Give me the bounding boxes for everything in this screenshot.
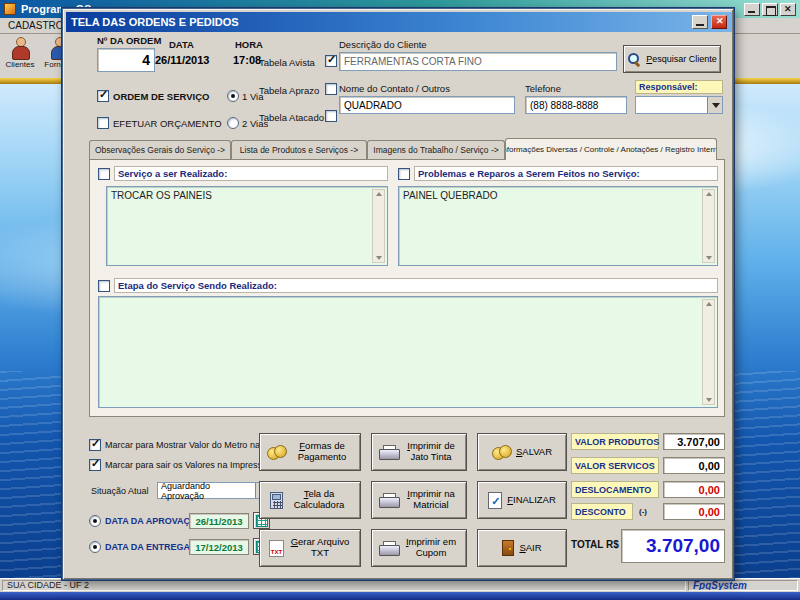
servico-checkbox[interactable] — [98, 168, 110, 180]
calculadora-label: Tela da Calculadora — [288, 489, 350, 511]
printer-icon — [379, 541, 398, 556]
servico-scrollbar[interactable] — [372, 189, 385, 263]
total-label: TOTAL R$ — [571, 539, 619, 550]
maximize-icon[interactable] — [762, 3, 778, 16]
finalizar-button[interactable]: FINALIZAR — [477, 481, 567, 519]
etapa-checkbox[interactable] — [98, 280, 110, 292]
chevron-down-icon[interactable] — [707, 97, 722, 113]
menu-item-cadastros[interactable]: CADASTROS — [8, 20, 70, 31]
scroll-up-icon[interactable] — [706, 192, 712, 196]
tabela-atacado-label: Tabela Atacado — [259, 112, 324, 123]
data-entrega-label: DATA DA ENTREGA — [105, 542, 190, 552]
imprimir-cupom-button[interactable]: Imprimir em Cupom — [371, 529, 467, 567]
minimize-icon[interactable] — [744, 3, 760, 16]
valor-servicos-label: VALOR SERVICOS — [571, 457, 659, 474]
sair-valores-checkbox[interactable] — [89, 459, 101, 471]
scroll-down-icon[interactable] — [706, 398, 712, 402]
desktop: Programa OS CADASTROS AG Clientes Fornec… — [0, 0, 800, 600]
toolbar-clientes-button[interactable]: Clientes — [2, 35, 38, 77]
dialog-controls — [692, 15, 727, 29]
scroll-up-icon[interactable] — [706, 302, 712, 306]
tab-informacoes[interactable]: Informações Diversas / Controle / Anotaç… — [505, 138, 717, 160]
order-number-field[interactable]: 4 — [97, 48, 155, 72]
scroll-up-icon[interactable] — [376, 192, 382, 196]
imprimir-matricial-label: Imprimir na Matricial — [403, 489, 459, 511]
data-aprovacao-radio[interactable] — [89, 515, 101, 527]
client-description-value: FERRAMENTAS CORTA FINO — [344, 56, 482, 67]
gerar-txt-label: Gerar Arquivo TXT — [289, 537, 351, 559]
phone-field[interactable]: (88) 8888-8888 — [525, 96, 627, 114]
person-icon — [10, 36, 30, 60]
sair-button[interactable]: SAIR — [477, 529, 567, 567]
printer-icon — [379, 445, 398, 460]
sair-label: SAIR — [519, 543, 541, 554]
salvar-button[interactable]: SALVAR — [477, 433, 567, 471]
time-value: 17:08 — [233, 54, 261, 66]
servico-label: Serviço a ser Realizado: — [114, 166, 388, 181]
via1-radio[interactable] — [227, 90, 239, 102]
etapa-textarea[interactable] — [98, 296, 718, 408]
gerar-txt-button[interactable]: TXT Gerar Arquivo TXT — [259, 529, 361, 567]
tab-informacoes-label: Informações Diversas / Controle / Anotaç… — [505, 145, 717, 154]
formas-pagamento-button[interactable]: Formas de Pagamento — [259, 433, 361, 471]
problemas-textarea[interactable]: PAINEL QUEBRADO — [398, 186, 718, 266]
tabela-aprazo-checkbox[interactable] — [325, 83, 337, 95]
contact-field[interactable]: QUADRADO — [339, 96, 515, 114]
salvar-label: SALVAR — [516, 447, 552, 458]
situacao-label: Situação Atual — [91, 486, 149, 496]
informacoes-tab-panel: Serviço a ser Realizado: TROCAR OS PAINE… — [89, 159, 725, 417]
efetuar-orcamento-checkbox[interactable] — [97, 117, 109, 129]
exit-door-icon — [502, 540, 514, 556]
data-entrega-field[interactable]: 17/12/2013 — [189, 539, 249, 555]
save-icon — [492, 445, 511, 459]
mostrar-valor-metro-checkbox[interactable] — [89, 439, 101, 451]
tab-produtos[interactable]: Lista de Produtos e Serviços -> — [231, 140, 367, 159]
close-icon[interactable] — [780, 3, 796, 16]
tabela-avista-label: Tabela Avista — [259, 57, 315, 68]
search-icon — [627, 52, 641, 66]
tabela-aprazo-label: Tabela Aprazo — [259, 85, 319, 96]
via1-label: 1 Via — [242, 91, 263, 102]
app-icon — [4, 3, 16, 15]
imprimir-jato-label: Imprimir de Jato Tinta — [403, 441, 459, 463]
data-entrega-radio[interactable] — [89, 541, 101, 553]
sair-valores-label: Marcar para sair os Valores na Impressão — [105, 460, 272, 470]
formas-pagamento-label: Formas de Pagamento — [291, 441, 353, 463]
toolbar-clientes-label: Clientes — [6, 60, 35, 69]
search-client-button[interactable]: Pesquisar Cliente — [623, 45, 721, 73]
imprimir-jato-button[interactable]: Imprimir de Jato Tinta — [371, 433, 467, 471]
situacao-value: Aguardando Aprovação — [161, 481, 255, 501]
scroll-down-icon[interactable] — [706, 256, 712, 260]
status-text: SUA CIDADE - UF 2 — [2, 580, 686, 591]
via2-radio[interactable] — [227, 117, 239, 129]
contact-label: Nome do Contato / Outros — [339, 83, 450, 94]
tab-observacoes[interactable]: Observações Gerais do Serviço -> — [89, 140, 231, 159]
scroll-down-icon[interactable] — [376, 256, 382, 260]
imprimir-matricial-button[interactable]: Imprimir na Matricial — [371, 481, 467, 519]
dialog-titlebar[interactable]: TELA DAS ORDENS E PEDIDOS — [66, 12, 732, 32]
problemas-checkbox[interactable] — [398, 168, 410, 180]
valor-produtos-label: VALOR PRODUTOS — [571, 433, 659, 450]
client-description-label: Descrição do Cliente — [339, 39, 427, 50]
order-number-value: 4 — [142, 52, 150, 68]
tab-imagens[interactable]: Imagens do Trabalho / Serviço -> — [367, 140, 505, 159]
tabela-atacado-checkbox[interactable] — [325, 110, 337, 122]
situacao-combobox[interactable]: Aguardando Aprovação — [157, 482, 271, 499]
tab-produtos-label: Lista de Produtos e Serviços -> — [240, 145, 358, 155]
servico-textarea[interactable]: TROCAR OS PAINEIS — [106, 186, 388, 266]
ordem-servico-checkbox[interactable] — [97, 90, 109, 102]
close-icon[interactable] — [711, 15, 727, 29]
orders-dialog: TELA DAS ORDENS E PEDIDOS Nº DA ORDEM 4 … — [62, 8, 734, 580]
etapa-scrollbar[interactable] — [702, 299, 715, 405]
desconto-label: DESCONTO — [571, 503, 633, 520]
dialog-title: TELA DAS ORDENS E PEDIDOS — [71, 16, 239, 28]
data-aprovacao-field[interactable]: 26/11/2013 — [189, 513, 249, 529]
client-description-field[interactable]: FERRAMENTAS CORTA FINO — [339, 52, 617, 71]
minimize-icon[interactable] — [692, 15, 708, 29]
calculadora-button[interactable]: Tela da Calculadora — [259, 481, 361, 519]
problemas-scrollbar[interactable] — [702, 189, 715, 263]
tabela-avista-checkbox[interactable] — [325, 55, 337, 67]
tab-observacoes-label: Observações Gerais do Serviço -> — [95, 145, 225, 155]
desconto-minus-sign: (-) — [639, 507, 647, 516]
responsavel-combobox[interactable] — [635, 96, 723, 114]
